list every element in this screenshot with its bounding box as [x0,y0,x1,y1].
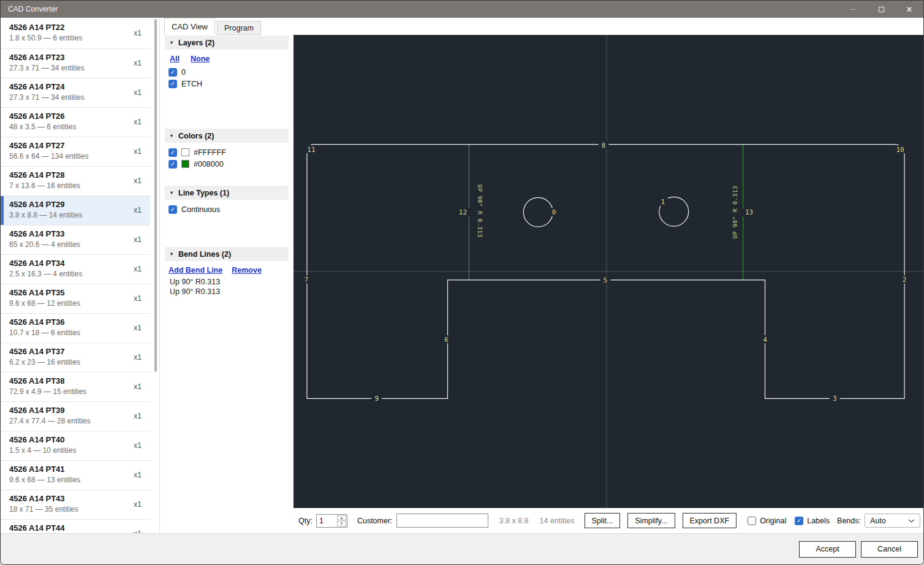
layers-none-link[interactable]: None [191,55,210,63]
part-name: 4526 A14 PT36 [9,317,144,327]
part-list-item[interactable]: 4526 A14 PT23 27.3 x 71 — 34 entities x1 [1,48,150,78]
part-details: 72.9 x 4.9 — 15 entities [9,387,144,396]
layers-section-header[interactable]: ▾ Layers (2) [165,36,289,50]
part-qty-badge: x1 [134,29,142,37]
cancel-button[interactable]: Cancel [861,541,918,558]
remove-bend-line-link[interactable]: Remove [232,266,262,275]
accept-button[interactable]: Accept [799,541,856,558]
part-name: 4526 A14 PT34 [9,258,144,268]
entity-label: 6 [444,336,449,344]
customer-input[interactable] [396,514,488,528]
part-list-item[interactable]: 4526 A14 PT28 7 x 13.6 — 16 entities x1 [1,166,150,195]
part-qty-badge: x1 [134,235,142,244]
part-name: 4526 A14 PT29 [9,199,144,210]
part-list-item[interactable]: 4526 A14 PT38 72.9 x 4.9 — 15 entities x… [1,372,150,401]
part-list-item[interactable]: 4526 A14 PT36 10.7 x 18 — 6 entities x1 [1,313,150,343]
part-list-item[interactable]: 4526 A14 PT24 27.3 x 71 — 34 entities x1 [1,78,150,107]
part-qty-badge: x1 [134,500,142,509]
control-bar: Qty: 1 ▲ ▼ Customer: 3.8 x 8.8 14 entiti… [293,508,923,533]
part-list-item[interactable]: 4526 A14 PT44 x1 [1,519,150,533]
filter-row: ✓ #FFFFFF [165,146,289,158]
original-checkbox[interactable] [748,517,756,525]
qty-value: 1 [317,515,337,527]
part-list-item[interactable]: 4526 A14 PT35 9.6 x 68 — 12 entities x1 [1,284,150,313]
part-list-item[interactable]: 4526 A14 PT26 48 x 3.5 — 6 entities x1 [1,107,150,137]
content-area: CAD View Program ▾ Layers (2) All None [160,18,923,533]
part-name: 4526 A14 PT26 [9,111,144,121]
export-dxf-button[interactable]: Export DXF [683,513,737,528]
qty-up-button[interactable]: ▲ [337,515,346,521]
quantity-stepper[interactable]: 1 ▲ ▼ [316,514,347,528]
tab-program[interactable]: Program [217,21,261,35]
colors-section: ▾ Colors (2) ✓ #FFFFFF ✓ #008000 [165,129,289,170]
bend-line-item[interactable]: Up 90° R0.313 [165,287,289,297]
entity-label: 8 [602,142,606,150]
bends-dropdown[interactable]: Auto [865,514,920,528]
bend-lines-section-header[interactable]: ▾ Bend Lines (2) [165,247,289,261]
part-list-item[interactable]: 4526 A14 PT39 27.4 x 77.4 — 28 entities … [1,401,150,431]
part-qty-badge: x1 [134,529,142,533]
part-list-item[interactable]: 4526 A14 PT33 65 x 20.6 — 4 entities x1 [1,225,150,254]
labels-checkbox[interactable]: ✓ [795,517,803,525]
part-list-item[interactable]: 4526 A14 PT27 56.6 x 64 — 134 entities x… [1,137,150,166]
part-list-item[interactable]: 4526 A14 PT22 1.8 x 50.9 — 6 entities x1 [1,19,150,48]
qty-down-button[interactable]: ▼ [337,521,346,526]
filter-checkbox[interactable]: ✓ [169,80,177,88]
original-label: Original [760,517,786,525]
spin-down-icon: ▼ [340,521,343,525]
part-list-item[interactable]: 4526 A14 PT29 3.8 x 8.8 — 14 entities x1 [1,195,150,225]
part-list-item[interactable]: 4526 A14 PT40 1.5 x 4 — 10 entities x1 [1,431,150,460]
part-list-scrollbar[interactable] [154,19,157,372]
maximize-button[interactable] [867,1,895,18]
minimize-icon [850,9,856,10]
line-types-section-header[interactable]: ▾ Line Types (1) [165,186,289,200]
layers-list: ✓ 0 ✓ ETCH [165,66,289,89]
layers-all-link[interactable]: All [170,55,180,63]
bend-lines-title: Bend Lines (2) [178,250,231,259]
cad-canvas[interactable]: UP 90° R 0.313UP 90° R 0.313012345678910… [293,35,923,508]
part-details: 27.3 x 71 — 34 entities [9,93,144,102]
bend-lines-list: Up 90° R0.313Up 90° R0.313 [165,278,289,297]
layers-title: Layers (2) [178,39,214,47]
bend-line-item[interactable]: Up 90° R0.313 [165,278,289,287]
title-bar: CAD Converter ✕ [1,1,923,18]
part-details: 2.5 x 16.3 — 4 entities [9,270,144,279]
part-list-item[interactable]: 4526 A14 PT37 6.2 x 23 — 16 entities x1 [1,343,150,372]
filter-checkbox[interactable]: ✓ [169,160,177,169]
tab-cad-view[interactable]: CAD View [164,18,215,35]
entity-label: 11 [307,146,315,154]
part-qty-badge: x1 [134,353,142,362]
part-name: 4526 A14 PT23 [9,52,144,63]
part-list-item[interactable]: 4526 A14 PT41 9.6 x 68 — 13 entities x1 [1,460,150,490]
simplify-button[interactable]: Simplify... [627,513,675,528]
maximize-icon [879,7,884,12]
part-qty-badge: x1 [134,324,142,332]
part-qty-badge: x1 [134,59,142,67]
app-window: CAD Converter ✕ 4526 A14 PT22 1.8 x 50.9… [0,0,924,565]
part-list-item[interactable]: 4526 A14 PT43 18 x 71 — 35 entities x1 [1,490,150,519]
close-button[interactable]: ✕ [895,1,923,18]
split-button[interactable]: Split... [585,513,621,528]
colors-section-header[interactable]: ▾ Colors (2) [165,129,289,143]
part-details: 27.3 x 71 — 34 entities [9,64,144,73]
add-bend-line-link[interactable]: Add Bend Line [169,266,222,275]
filter-checkbox[interactable]: ✓ [169,148,177,157]
filter-checkbox[interactable]: ✓ [169,68,177,77]
window-title: CAD Converter [1,5,58,13]
entity-label: 0 [552,208,556,216]
minimize-button[interactable] [839,1,867,18]
filter-checkbox[interactable]: ✓ [169,205,177,214]
main-area: 4526 A14 PT22 1.8 x 50.9 — 6 entities x1… [1,18,923,533]
part-name: 4526 A14 PT22 [9,22,144,32]
part-list-item[interactable]: 4526 A14 PT34 2.5 x 16.3 — 4 entities x1 [1,254,150,284]
entity-label: 4 [763,336,767,344]
color-swatch [181,148,189,156]
line-types-title: Line Types (1) [178,189,229,197]
labels-label: Labels [807,517,830,525]
part-details: 10.7 x 18 — 6 entities [9,328,144,338]
line-types-list: ✓ Continuous [165,203,289,215]
part-name: 4526 A14 PT28 [9,170,144,180]
part-details: 27.4 x 77.4 — 28 entities [9,417,144,426]
canvas-column: UP 90° R 0.313UP 90° R 0.313012345678910… [293,35,923,533]
part-details: 18 x 71 — 35 entities [9,505,144,514]
